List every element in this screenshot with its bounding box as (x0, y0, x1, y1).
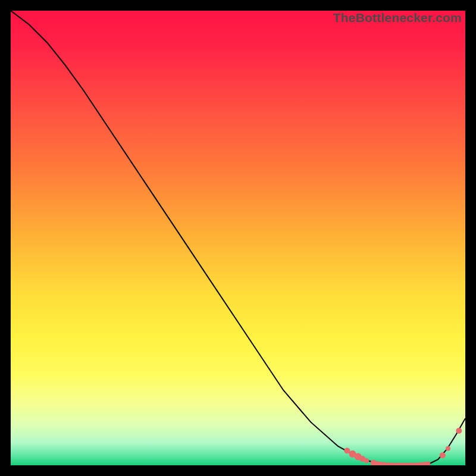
chart-svg (11, 11, 465, 465)
watermark-label: TheBottlenecker.com (333, 11, 462, 25)
marker-point (440, 452, 446, 458)
gradient-background (11, 11, 465, 465)
marker-point (456, 428, 462, 434)
marker-point (446, 446, 450, 451)
plot-area: TheBottlenecker.com (11, 11, 465, 465)
marker-point (364, 458, 369, 463)
chart-frame: TheBottlenecker.com (0, 0, 476, 476)
